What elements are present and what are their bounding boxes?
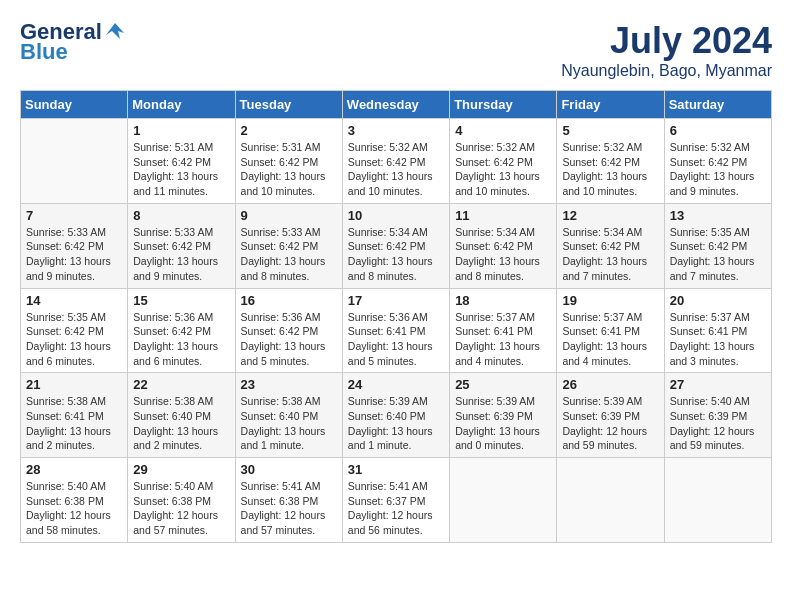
calendar-cell: 12Sunrise: 5:34 AM Sunset: 6:42 PM Dayli… [557, 203, 664, 288]
calendar-cell: 20Sunrise: 5:37 AM Sunset: 6:41 PM Dayli… [664, 288, 771, 373]
day-number: 2 [241, 123, 337, 138]
calendar-cell: 17Sunrise: 5:36 AM Sunset: 6:41 PM Dayli… [342, 288, 449, 373]
calendar-cell [21, 119, 128, 204]
day-number: 27 [670, 377, 766, 392]
day-number: 6 [670, 123, 766, 138]
calendar-cell: 27Sunrise: 5:40 AM Sunset: 6:39 PM Dayli… [664, 373, 771, 458]
calendar-week-0: 1Sunrise: 5:31 AM Sunset: 6:42 PM Daylig… [21, 119, 772, 204]
day-info: Sunrise: 5:38 AM Sunset: 6:40 PM Dayligh… [241, 394, 337, 453]
day-info: Sunrise: 5:32 AM Sunset: 6:42 PM Dayligh… [348, 140, 444, 199]
day-number: 24 [348, 377, 444, 392]
day-info: Sunrise: 5:39 AM Sunset: 6:40 PM Dayligh… [348, 394, 444, 453]
day-info: Sunrise: 5:36 AM Sunset: 6:42 PM Dayligh… [133, 310, 229, 369]
day-info: Sunrise: 5:31 AM Sunset: 6:42 PM Dayligh… [133, 140, 229, 199]
day-info: Sunrise: 5:34 AM Sunset: 6:42 PM Dayligh… [562, 225, 658, 284]
header-day-sunday: Sunday [21, 91, 128, 119]
day-number: 12 [562, 208, 658, 223]
calendar-cell: 14Sunrise: 5:35 AM Sunset: 6:42 PM Dayli… [21, 288, 128, 373]
day-info: Sunrise: 5:40 AM Sunset: 6:39 PM Dayligh… [670, 394, 766, 453]
day-number: 25 [455, 377, 551, 392]
header-day-saturday: Saturday [664, 91, 771, 119]
day-number: 26 [562, 377, 658, 392]
calendar-table: SundayMondayTuesdayWednesdayThursdayFrid… [20, 90, 772, 543]
day-number: 5 [562, 123, 658, 138]
calendar-week-2: 14Sunrise: 5:35 AM Sunset: 6:42 PM Dayli… [21, 288, 772, 373]
day-info: Sunrise: 5:37 AM Sunset: 6:41 PM Dayligh… [455, 310, 551, 369]
day-number: 14 [26, 293, 122, 308]
calendar-cell [557, 458, 664, 543]
day-number: 7 [26, 208, 122, 223]
header-day-tuesday: Tuesday [235, 91, 342, 119]
header-row: SundayMondayTuesdayWednesdayThursdayFrid… [21, 91, 772, 119]
calendar-cell: 28Sunrise: 5:40 AM Sunset: 6:38 PM Dayli… [21, 458, 128, 543]
day-number: 29 [133, 462, 229, 477]
location-subtitle: Nyaunglebin, Bago, Myanmar [561, 62, 772, 80]
day-number: 31 [348, 462, 444, 477]
calendar-cell: 21Sunrise: 5:38 AM Sunset: 6:41 PM Dayli… [21, 373, 128, 458]
calendar-cell: 5Sunrise: 5:32 AM Sunset: 6:42 PM Daylig… [557, 119, 664, 204]
calendar-cell: 31Sunrise: 5:41 AM Sunset: 6:37 PM Dayli… [342, 458, 449, 543]
svg-marker-0 [106, 23, 124, 39]
calendar-week-4: 28Sunrise: 5:40 AM Sunset: 6:38 PM Dayli… [21, 458, 772, 543]
calendar-cell: 9Sunrise: 5:33 AM Sunset: 6:42 PM Daylig… [235, 203, 342, 288]
calendar-cell: 13Sunrise: 5:35 AM Sunset: 6:42 PM Dayli… [664, 203, 771, 288]
calendar-cell: 11Sunrise: 5:34 AM Sunset: 6:42 PM Dayli… [450, 203, 557, 288]
day-number: 28 [26, 462, 122, 477]
day-info: Sunrise: 5:33 AM Sunset: 6:42 PM Dayligh… [133, 225, 229, 284]
day-number: 19 [562, 293, 658, 308]
day-info: Sunrise: 5:40 AM Sunset: 6:38 PM Dayligh… [133, 479, 229, 538]
calendar-cell [664, 458, 771, 543]
day-number: 16 [241, 293, 337, 308]
calendar-cell: 16Sunrise: 5:36 AM Sunset: 6:42 PM Dayli… [235, 288, 342, 373]
calendar-cell: 23Sunrise: 5:38 AM Sunset: 6:40 PM Dayli… [235, 373, 342, 458]
day-info: Sunrise: 5:37 AM Sunset: 6:41 PM Dayligh… [670, 310, 766, 369]
day-info: Sunrise: 5:40 AM Sunset: 6:38 PM Dayligh… [26, 479, 122, 538]
calendar-cell: 10Sunrise: 5:34 AM Sunset: 6:42 PM Dayli… [342, 203, 449, 288]
day-number: 3 [348, 123, 444, 138]
day-info: Sunrise: 5:36 AM Sunset: 6:41 PM Dayligh… [348, 310, 444, 369]
title-area: July 2024 Nyaunglebin, Bago, Myanmar [561, 20, 772, 80]
calendar-cell: 18Sunrise: 5:37 AM Sunset: 6:41 PM Dayli… [450, 288, 557, 373]
day-info: Sunrise: 5:32 AM Sunset: 6:42 PM Dayligh… [562, 140, 658, 199]
calendar-week-1: 7Sunrise: 5:33 AM Sunset: 6:42 PM Daylig… [21, 203, 772, 288]
month-title: July 2024 [561, 20, 772, 62]
day-number: 13 [670, 208, 766, 223]
day-info: Sunrise: 5:37 AM Sunset: 6:41 PM Dayligh… [562, 310, 658, 369]
day-info: Sunrise: 5:39 AM Sunset: 6:39 PM Dayligh… [562, 394, 658, 453]
day-info: Sunrise: 5:41 AM Sunset: 6:37 PM Dayligh… [348, 479, 444, 538]
day-number: 10 [348, 208, 444, 223]
header-day-thursday: Thursday [450, 91, 557, 119]
day-number: 22 [133, 377, 229, 392]
header-day-monday: Monday [128, 91, 235, 119]
day-info: Sunrise: 5:34 AM Sunset: 6:42 PM Dayligh… [348, 225, 444, 284]
calendar-cell: 6Sunrise: 5:32 AM Sunset: 6:42 PM Daylig… [664, 119, 771, 204]
day-info: Sunrise: 5:38 AM Sunset: 6:41 PM Dayligh… [26, 394, 122, 453]
calendar-week-3: 21Sunrise: 5:38 AM Sunset: 6:41 PM Dayli… [21, 373, 772, 458]
day-info: Sunrise: 5:34 AM Sunset: 6:42 PM Dayligh… [455, 225, 551, 284]
day-number: 23 [241, 377, 337, 392]
calendar-header: SundayMondayTuesdayWednesdayThursdayFrid… [21, 91, 772, 119]
day-number: 30 [241, 462, 337, 477]
page-header: General Blue July 2024 Nyaunglebin, Bago… [20, 20, 772, 80]
calendar-cell: 3Sunrise: 5:32 AM Sunset: 6:42 PM Daylig… [342, 119, 449, 204]
calendar-cell: 26Sunrise: 5:39 AM Sunset: 6:39 PM Dayli… [557, 373, 664, 458]
day-info: Sunrise: 5:38 AM Sunset: 6:40 PM Dayligh… [133, 394, 229, 453]
logo-bird-icon [104, 21, 126, 43]
day-info: Sunrise: 5:39 AM Sunset: 6:39 PM Dayligh… [455, 394, 551, 453]
day-number: 1 [133, 123, 229, 138]
calendar-cell: 29Sunrise: 5:40 AM Sunset: 6:38 PM Dayli… [128, 458, 235, 543]
calendar-cell: 2Sunrise: 5:31 AM Sunset: 6:42 PM Daylig… [235, 119, 342, 204]
calendar-body: 1Sunrise: 5:31 AM Sunset: 6:42 PM Daylig… [21, 119, 772, 543]
day-info: Sunrise: 5:33 AM Sunset: 6:42 PM Dayligh… [241, 225, 337, 284]
calendar-cell [450, 458, 557, 543]
calendar-cell: 30Sunrise: 5:41 AM Sunset: 6:38 PM Dayli… [235, 458, 342, 543]
day-number: 18 [455, 293, 551, 308]
calendar-cell: 24Sunrise: 5:39 AM Sunset: 6:40 PM Dayli… [342, 373, 449, 458]
day-info: Sunrise: 5:35 AM Sunset: 6:42 PM Dayligh… [26, 310, 122, 369]
logo-blue: Blue [20, 40, 68, 64]
calendar-cell: 19Sunrise: 5:37 AM Sunset: 6:41 PM Dayli… [557, 288, 664, 373]
day-number: 4 [455, 123, 551, 138]
day-number: 11 [455, 208, 551, 223]
header-day-wednesday: Wednesday [342, 91, 449, 119]
day-number: 21 [26, 377, 122, 392]
